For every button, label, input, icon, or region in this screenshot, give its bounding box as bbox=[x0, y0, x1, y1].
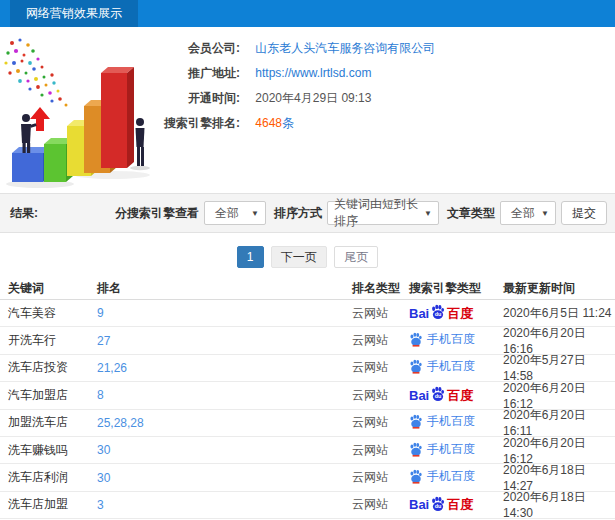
top-bar: 网络营销效果展示 bbox=[0, 0, 615, 27]
keyword-cell: 汽车美容 bbox=[0, 305, 97, 322]
engine-cell: Bai du 百度 bbox=[409, 497, 503, 513]
result-label: 结果: bbox=[10, 205, 38, 222]
keyword-cell: 汽车加盟店 bbox=[0, 387, 97, 404]
updated-cell: 2020年5月27日 14:58 bbox=[503, 352, 615, 383]
updated-cell: 2020年6月5日 11:24 bbox=[503, 305, 615, 322]
page-title-tab[interactable]: 网络营销效果展示 bbox=[10, 0, 138, 27]
open-time-label: 开通时间: bbox=[60, 86, 240, 111]
mobile-baidu-paw-icon bbox=[409, 332, 423, 347]
engine-cell: 手机百度 bbox=[409, 331, 503, 350]
rank-link[interactable]: 3 bbox=[97, 498, 104, 512]
open-time-value: 2020年4月29日 09:13 bbox=[255, 91, 371, 105]
rank-type-cell: 云网站 bbox=[352, 305, 409, 322]
engine-cell: 手机百度 bbox=[409, 358, 503, 377]
engine-cell: 手机百度 bbox=[409, 468, 503, 487]
mobile-baidu-logo: 手机百度 bbox=[409, 468, 475, 485]
keyword-cell: 加盟洗车店 bbox=[0, 414, 97, 431]
mobile-baidu-paw-icon bbox=[409, 442, 423, 457]
engine-filter-select[interactable]: 全部 ▼ bbox=[204, 201, 266, 225]
engine-cell: 手机百度 bbox=[409, 441, 503, 460]
rank-link[interactable]: 27 bbox=[97, 334, 110, 348]
engine-cell: Bai du 百度 bbox=[409, 387, 503, 403]
baidu-logo: Bai du 百度 bbox=[409, 497, 473, 513]
rank-link[interactable]: 9 bbox=[97, 306, 104, 320]
article-type-value: 全部 bbox=[511, 205, 535, 222]
keyword-cell: 洗车赚钱吗 bbox=[0, 442, 97, 459]
header-rank-type: 排名类型 bbox=[352, 280, 409, 297]
engine-cell: 手机百度 bbox=[409, 413, 503, 432]
open-time-row: 开通时间: 2020年4月29日 09:13 bbox=[60, 86, 435, 111]
results-table: 关键词 排名 排名类型 搜索引擎类型 最新更新时间 汽车美容 9 云网站 Bai… bbox=[0, 278, 615, 519]
rank-link[interactable]: 25,28,28 bbox=[97, 416, 144, 430]
rank-link[interactable]: 21,26 bbox=[97, 361, 127, 375]
rank-link[interactable]: 8 bbox=[97, 388, 104, 402]
baidu-paw-icon: du bbox=[430, 496, 446, 512]
mobile-baidu-logo: 手机百度 bbox=[409, 441, 475, 458]
engine-rank-value: 4648条 bbox=[255, 116, 294, 130]
table-row: 开洗车行 27 云网站 手机百度 2020年6月20日 16:16 bbox=[0, 327, 615, 354]
sort-filter-label: 排序方式 bbox=[274, 205, 322, 222]
svg-text:du: du bbox=[435, 503, 442, 509]
next-page-button[interactable]: 下一页 bbox=[271, 246, 327, 268]
promo-url-label: 推广地址: bbox=[60, 61, 240, 86]
mobile-baidu-paw-icon bbox=[409, 414, 423, 429]
mobile-baidu-logo: 手机百度 bbox=[409, 331, 475, 348]
last-page-button[interactable]: 尾页 bbox=[334, 246, 378, 268]
table-row: 洗车店利润 30 云网站 手机百度 2020年6月18日 14:27 bbox=[0, 464, 615, 491]
rank-link[interactable]: 30 bbox=[97, 443, 110, 457]
rank-type-cell: 云网站 bbox=[352, 332, 409, 349]
sort-filter-select[interactable]: 关键词由短到长排序 ▼ bbox=[327, 201, 439, 225]
engine-rank-label: 搜索引擎排名: bbox=[60, 111, 240, 136]
updated-cell: 2020年6月18日 14:30 bbox=[503, 489, 615, 520]
header-rank: 排名 bbox=[97, 280, 352, 297]
filter-bar: 结果: 分搜索引擎查看 全部 ▼ 排序方式 关键词由短到长排序 ▼ 文章类型 全… bbox=[0, 193, 615, 233]
baidu-logo: Bai du 百度 bbox=[409, 305, 473, 321]
svg-text:du: du bbox=[435, 312, 442, 318]
table-row: 洗车赚钱吗 30 云网站 手机百度 2020年6月20日 16:12 bbox=[0, 437, 615, 464]
rank-type-cell: 云网站 bbox=[352, 496, 409, 513]
updated-cell: 2020年6月20日 16:12 bbox=[503, 380, 615, 411]
mobile-baidu-logo: 手机百度 bbox=[409, 358, 475, 375]
rank-type-cell: 云网站 bbox=[352, 359, 409, 376]
pagination: 1 下一页 尾页 bbox=[0, 246, 615, 268]
rank-count: 4648 bbox=[255, 116, 282, 130]
header-keyword: 关键词 bbox=[0, 280, 97, 297]
svg-text:du: du bbox=[435, 394, 442, 400]
mobile-baidu-logo: 手机百度 bbox=[409, 413, 475, 430]
updated-cell: 2020年6月18日 14:27 bbox=[503, 462, 615, 493]
table-row: 洗车店投资 21,26 云网站 手机百度 2020年5月27日 14:58 bbox=[0, 355, 615, 382]
sort-filter-value: 关键词由短到长排序 bbox=[334, 196, 420, 230]
keyword-cell: 开洗车行 bbox=[0, 332, 97, 349]
rank-link[interactable]: 30 bbox=[97, 471, 110, 485]
rank-type-cell: 云网站 bbox=[352, 387, 409, 404]
table-row: 加盟洗车店 25,28,28 云网站 手机百度 2020年6月20日 16:11 bbox=[0, 410, 615, 437]
keyword-cell: 洗车店利润 bbox=[0, 469, 97, 486]
article-type-select[interactable]: 全部 ▼ bbox=[500, 201, 556, 225]
member-company-row: 会员公司: 山东老人头汽车服务咨询有限公司 bbox=[60, 36, 435, 61]
promo-url-row: 推广地址: https://www.lrtlsd.com bbox=[60, 61, 435, 86]
member-company-link[interactable]: 山东老人头汽车服务咨询有限公司 bbox=[255, 41, 435, 55]
table-row: 汽车美容 9 云网站 Bai du 百度 2020年6月5日 11:24 bbox=[0, 300, 615, 327]
rank-unit: 条 bbox=[282, 116, 294, 130]
header-engine-type: 搜索引擎类型 bbox=[409, 280, 503, 297]
engine-filter-label: 分搜索引擎查看 bbox=[115, 205, 199, 222]
updated-cell: 2020年6月20日 16:16 bbox=[503, 325, 615, 356]
promo-url-link[interactable]: https://www.lrtlsd.com bbox=[255, 66, 371, 80]
submit-button[interactable]: 提交 bbox=[561, 201, 607, 225]
engine-filter-value: 全部 bbox=[215, 205, 239, 222]
rank-type-cell: 云网站 bbox=[352, 442, 409, 459]
mobile-baidu-paw-icon bbox=[409, 469, 423, 484]
table-header-row: 关键词 排名 排名类型 搜索引擎类型 最新更新时间 bbox=[0, 278, 615, 300]
chevron-down-icon: ▼ bbox=[541, 209, 549, 218]
company-info-section: 会员公司: 山东老人头汽车服务咨询有限公司 推广地址: https://www.… bbox=[0, 27, 615, 193]
marketing-report-page: 网络营销效果展示 bbox=[0, 0, 615, 520]
table-row: 汽车加盟店 8 云网站 Bai du 百度 2020年6月20日 16:12 bbox=[0, 382, 615, 409]
chevron-down-icon: ▼ bbox=[251, 209, 259, 218]
filter-controls: 分搜索引擎查看 全部 ▼ 排序方式 关键词由短到长排序 ▼ 文章类型 全部 ▼ … bbox=[112, 201, 607, 225]
chevron-down-icon: ▼ bbox=[424, 209, 432, 218]
confetti-dots bbox=[4, 38, 67, 106]
page-1-button[interactable]: 1 bbox=[237, 246, 264, 268]
baidu-logo: Bai du 百度 bbox=[409, 387, 473, 403]
article-type-label: 文章类型 bbox=[447, 205, 495, 222]
engine-rank-row: 搜索引擎排名: 4648条 bbox=[60, 111, 435, 136]
